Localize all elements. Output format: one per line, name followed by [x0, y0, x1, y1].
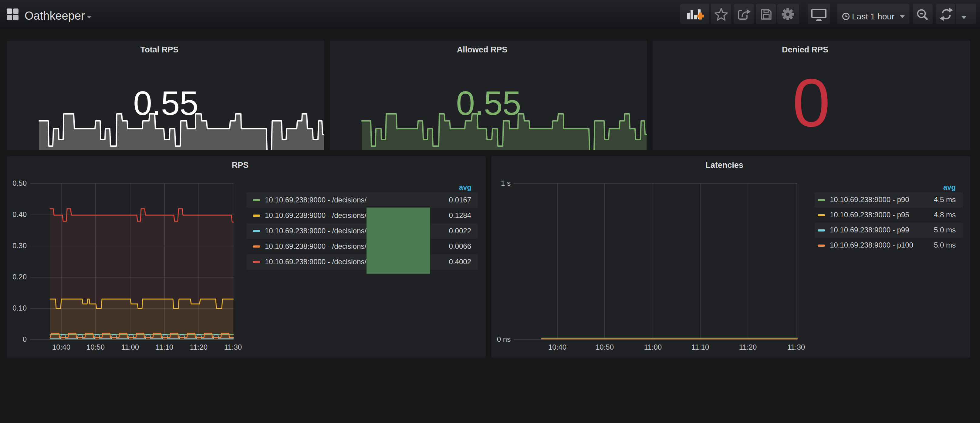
- svg-text:Last 1 hour: Last 1 hour: [852, 12, 894, 21]
